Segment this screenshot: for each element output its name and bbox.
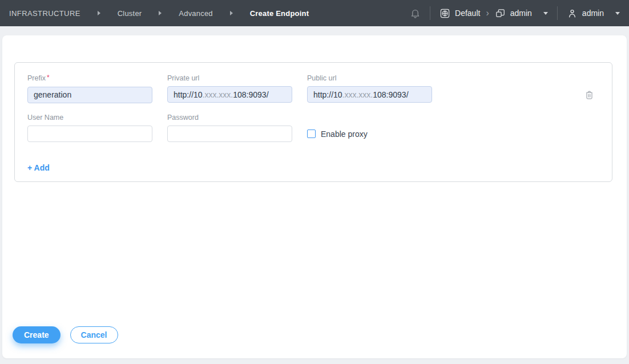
breadcrumb: INFRASTRUCTURE Cluster Advanced Create E… [9,9,309,18]
cluster-name: Default [455,9,480,18]
trash-icon [584,90,595,100]
username-input[interactable] [27,126,152,142]
private-url-field-group: Private url http://10.xxx.xxx.108:9093/ [167,74,292,103]
chevron-down-icon [615,12,620,15]
topbar-divider [557,6,558,20]
create-endpoint-panel: Prefix* Private url http://10.xxx.xxx.10… [2,35,627,358]
breadcrumb-cluster[interactable]: Cluster [118,9,142,18]
public-url-label: Public url [307,74,432,82]
cancel-button[interactable]: Cancel [70,326,118,343]
password-label: Password [167,114,292,122]
chevron-down-icon [543,12,548,15]
prefix-input[interactable] [27,87,152,103]
workspace-selector[interactable]: admin [495,8,548,19]
globe-in-square-icon [440,8,450,19]
breadcrumb-create-endpoint: Create Endpoint [250,9,309,18]
password-input[interactable] [167,126,292,142]
public-url-field-group: Public url http://10.xxx.xxx.108:9093/ [307,74,432,103]
user-menu[interactable]: admin [567,8,620,19]
enable-proxy-checkbox[interactable] [307,130,316,138]
notification-bell-icon[interactable] [410,8,421,19]
public-url-input[interactable]: http://10.xxx.xxx.108:9093/ [307,86,432,103]
top-navigation-bar: INFRASTRUCTURE Cluster Advanced Create E… [0,0,629,26]
selector-chevron-icon: › [486,9,489,18]
person-icon [567,8,578,19]
user-name: admin [582,9,604,18]
password-field-group: Password [167,114,292,142]
prefix-label: Prefix* [27,74,152,83]
url-masked-segment: .xxx.xxx. [203,90,233,99]
create-button[interactable]: Create [13,326,61,343]
breadcrumb-arrow-icon [230,11,233,15]
breadcrumb-advanced[interactable]: Advanced [179,9,212,18]
workspace-name: admin [510,9,532,18]
username-field-group: User Name [27,114,152,142]
topbar-divider [430,6,430,20]
prefix-field-group: Prefix* [27,74,152,103]
url-segment: 108:9093/ [373,90,408,99]
endpoint-form-card: Prefix* Private url http://10.xxx.xxx.10… [14,62,612,182]
required-asterisk: * [47,74,50,82]
stacked-squares-icon [495,8,506,19]
breadcrumb-arrow-icon [98,11,100,15]
cluster-selector[interactable]: Default [440,8,480,19]
enable-proxy-toggle[interactable]: Enable proxy [307,126,368,142]
prefix-label-text: Prefix [27,74,46,82]
username-label: User Name [27,114,152,122]
private-url-input[interactable]: http://10.xxx.xxx.108:9093/ [167,86,292,103]
url-segment: 108:9093/ [233,90,268,99]
breadcrumb-arrow-icon [159,11,162,15]
delete-endpoint-button[interactable] [584,87,595,103]
private-url-label: Private url [167,74,292,82]
url-masked-segment: .xxx.xxx. [342,90,373,99]
enable-proxy-label: Enable proxy [321,130,368,139]
topbar-right-controls: Default › admin admin [410,6,620,20]
add-endpoint-link[interactable]: + Add [27,163,50,172]
form-actions: Create Cancel [13,326,118,343]
endpoint-url-row: Prefix* Private url http://10.xxx.xxx.10… [27,74,599,103]
breadcrumb-infrastructure[interactable]: INFRASTRUCTURE [9,9,80,18]
endpoint-auth-row: User Name Password Enable proxy [27,114,599,142]
url-segment: http://10 [313,90,342,99]
url-segment: http://10 [174,90,203,99]
